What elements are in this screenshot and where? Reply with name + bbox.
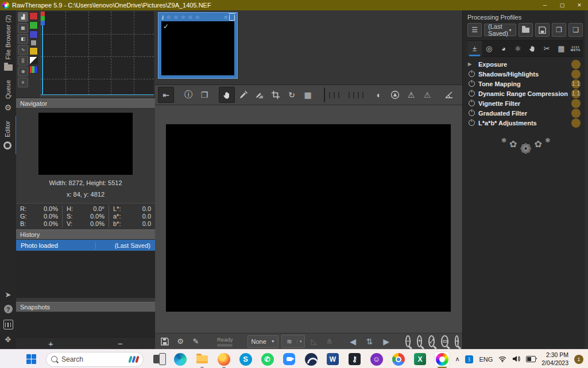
expander-icon[interactable]: ▶ <box>468 62 477 67</box>
luma-preview-swatch[interactable] <box>362 92 363 98</box>
edge-button[interactable] <box>173 352 187 366</box>
skype-button[interactable]: S <box>238 352 253 366</box>
profile-list-button[interactable]: ☰ <box>467 23 482 37</box>
chrome-button[interactable] <box>391 352 405 366</box>
tab-detail[interactable]: ◎ <box>482 41 496 56</box>
tab-advanced[interactable]: ⚛ <box>510 41 525 56</box>
dark-circle-app-button[interactable] <box>304 352 318 366</box>
histogram-bar-toggle[interactable]: ≡ <box>18 78 28 87</box>
histogram-vector-toggle[interactable]: ⊕ <box>18 67 28 76</box>
notification-badge[interactable]: 1 <box>574 355 583 364</box>
tab-transform[interactable]: ✂ <box>540 41 554 56</box>
tray-chevron-up-icon[interactable]: ∧ <box>455 355 459 363</box>
save-profile-button[interactable] <box>535 23 550 37</box>
remove-snapshot-button[interactable]: − <box>86 338 155 349</box>
filmstrip-thumbnail[interactable]: ⚷ ☆ ☆ ☆ ☆ ☆ ○ ✓ <box>158 12 238 79</box>
tool-shadows-highlights[interactable]: Shadows/Highlights <box>463 69 588 79</box>
cm-dropdown-arrow[interactable]: ▼ <box>297 340 304 343</box>
paste-profile-button[interactable]: ❏ <box>568 23 583 37</box>
red-channel-toggle[interactable] <box>29 12 38 20</box>
histogram-curve-toggle[interactable]: ▟ <box>18 12 28 22</box>
navigator-header[interactable]: Navigator <box>16 98 155 109</box>
profile-select[interactable]: None ▼ <box>247 335 278 348</box>
external-editor-button[interactable]: ✎ <box>189 335 202 348</box>
preferences-icon[interactable] <box>3 320 13 329</box>
tool-lab-adjustments[interactable]: L*a*b* Adjustments <box>463 118 588 128</box>
power-icon[interactable] <box>469 100 475 106</box>
hide-left-panel-button[interactable]: ⇤ <box>158 87 174 103</box>
task-view-button[interactable] <box>151 352 165 366</box>
tab-exposure[interactable]: ± <box>467 41 482 56</box>
editor-canvas[interactable] <box>155 105 462 333</box>
search-box[interactable]: Search <box>46 352 144 367</box>
firefox-button[interactable] <box>216 352 231 366</box>
color-management-button[interactable]: ≋ ▼ <box>281 335 305 348</box>
rawtherapee-taskbar-button[interactable] <box>435 352 449 366</box>
trash-icon[interactable] <box>229 15 235 21</box>
power-icon[interactable] <box>469 120 475 126</box>
history-item-selected[interactable]: Photo loaded (Last Saved) <box>16 240 155 251</box>
maximize-button[interactable]: ▢ <box>554 0 571 10</box>
battery-icon[interactable] <box>526 356 536 362</box>
histogram-raw-toggle[interactable]: ⣿ <box>18 56 28 66</box>
perspective-tool-button[interactable]: ▦ <box>300 87 315 102</box>
tool-graduated-filter[interactable]: Graduated Filter <box>463 108 588 118</box>
snapshots-header[interactable]: Snapshots <box>16 302 155 312</box>
profile-dropdown[interactable]: (Last Saved) ▼ <box>484 24 516 36</box>
zoom-fit-button[interactable]: ⤢ <box>428 335 435 347</box>
history-header[interactable]: History <box>16 229 155 240</box>
add-snapshot-button[interactable]: + <box>16 338 86 349</box>
tab-file-browser[interactable]: File Browser (2) <box>0 10 16 75</box>
info-button[interactable]: ⓘ <box>181 87 196 102</box>
photo-image[interactable] <box>166 124 451 312</box>
minimize-button[interactable]: ─ <box>536 0 554 10</box>
blue-preview-swatch[interactable] <box>358 92 359 98</box>
tab-metadata[interactable]: ‖‖‖‖ META <box>568 41 583 56</box>
volume-icon[interactable] <box>512 354 520 365</box>
luma-channel-toggle[interactable] <box>30 40 37 46</box>
green-channel-toggle[interactable] <box>29 21 38 29</box>
word-button[interactable]: W <box>326 352 340 366</box>
soft-warning-button[interactable]: ⚠ <box>420 87 435 102</box>
power-icon[interactable] <box>469 71 475 77</box>
queue-gears-button[interactable]: ⚙ <box>174 335 187 348</box>
sync-filebrowser-button[interactable]: ⇅ <box>363 337 377 346</box>
navigator-preview[interactable] <box>38 113 133 175</box>
tab-locallab[interactable] <box>525 41 540 56</box>
bg-black-swatch[interactable] <box>329 92 330 98</box>
histogram-rgb-toggle[interactable]: ▦ <box>18 23 28 33</box>
next-image-button[interactable]: ▶ <box>380 337 393 346</box>
save-image-button[interactable] <box>158 335 171 348</box>
tab-raw[interactable]: ▦ <box>554 41 568 56</box>
file-explorer-button[interactable] <box>195 352 209 366</box>
power-icon[interactable] <box>469 80 475 87</box>
histogram-chroma-toggle[interactable]: ◧ <box>18 34 28 44</box>
before-after-button[interactable]: ❐ <box>197 87 212 102</box>
tab-editor[interactable]: Editor <box>0 116 17 155</box>
thumbnail-image[interactable]: ✓ <box>161 21 234 75</box>
tab-color[interactable]: ◕ <box>496 41 510 56</box>
purple-app-button[interactable]: ☺ <box>369 352 384 366</box>
zoom-fit-crop-button[interactable]: ▭ <box>441 335 448 347</box>
language-indicator[interactable]: ENG <box>479 356 493 363</box>
rgb-bars-toggle[interactable] <box>29 66 38 74</box>
fullscreen-icon[interactable]: ✥ <box>5 336 11 343</box>
start-button[interactable] <box>24 352 38 366</box>
clock[interactable]: 2:30 PM 2/04/2023 <box>541 351 568 366</box>
power-icon[interactable] <box>469 110 475 116</box>
help-icon[interactable]: ? <box>4 305 13 313</box>
red-preview-swatch[interactable] <box>349 92 350 98</box>
copy-profile-button[interactable]: ❐ <box>552 23 566 37</box>
crop-tool-button[interactable] <box>268 87 283 102</box>
zoom-button[interactable] <box>282 352 296 366</box>
bluetooth-icon[interactable]: ᛒ <box>465 355 473 363</box>
wifi-icon[interactable] <box>498 354 506 365</box>
excel-button[interactable]: X <box>413 352 427 366</box>
tool-tone-mapping[interactable]: Tone Mapping 1:1 <box>463 79 588 89</box>
background-color-slider[interactable] <box>324 87 325 102</box>
hand-tool-button[interactable] <box>219 87 235 103</box>
load-profile-button[interactable] <box>519 23 533 37</box>
highlight-clipping-button[interactable] <box>388 87 403 102</box>
green-preview-swatch[interactable] <box>353 92 354 98</box>
tool-dynamic-range-compression[interactable]: Dynamic Range Compression 1:1 <box>463 89 588 98</box>
